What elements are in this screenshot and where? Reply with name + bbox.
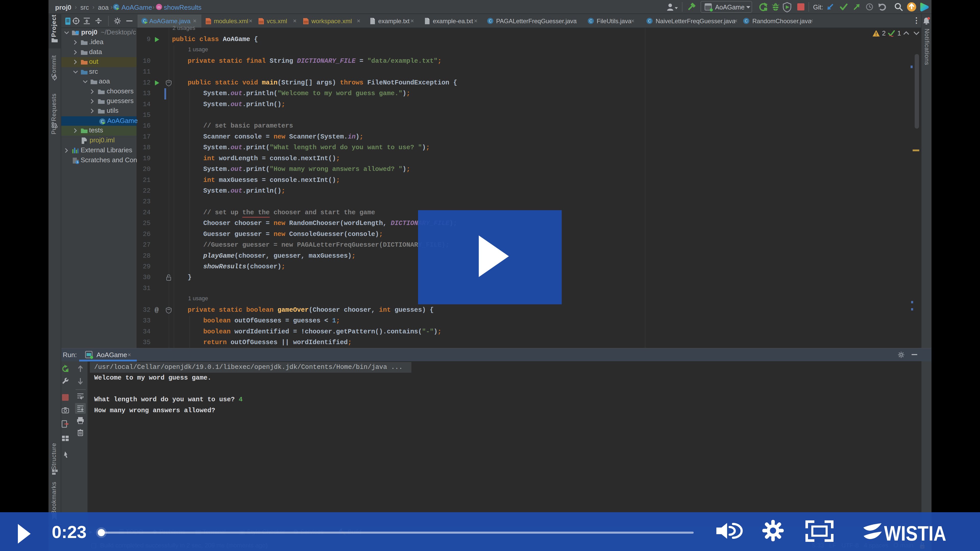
svg-text:m: m [158,5,161,9]
svg-text:C: C [589,19,592,23]
svg-text:C: C [648,19,651,23]
svg-text:C: C [489,19,492,23]
svg-text:C: C [745,19,748,23]
